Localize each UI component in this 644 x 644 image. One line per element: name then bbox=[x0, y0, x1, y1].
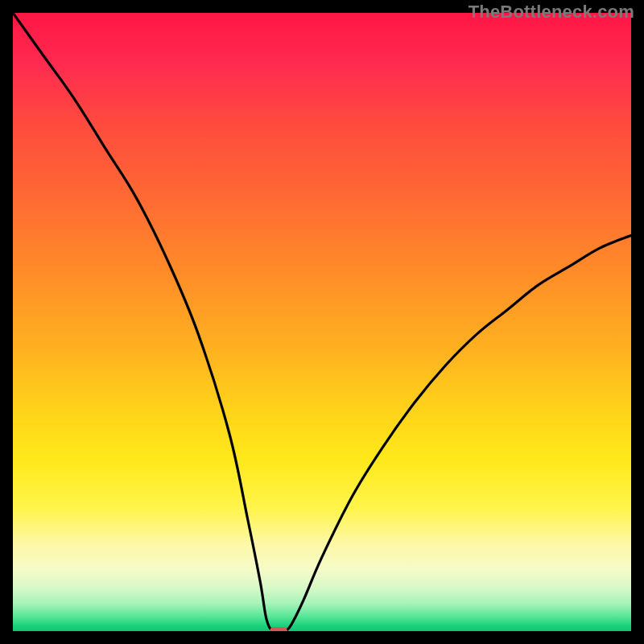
bottleneck-curve bbox=[13, 13, 631, 631]
curve-layer bbox=[13, 13, 631, 631]
plot-area bbox=[13, 13, 631, 631]
plot-frame bbox=[13, 13, 631, 631]
chart-stage: TheBottleneck.com bbox=[0, 0, 644, 644]
watermark-text: TheBottleneck.com bbox=[469, 2, 634, 23]
minimum-marker bbox=[270, 627, 287, 631]
